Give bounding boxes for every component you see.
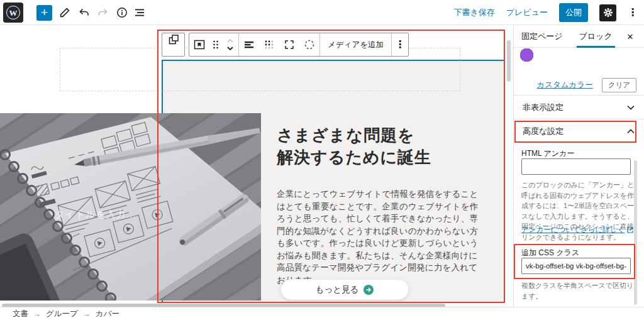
full-height-brackets-icon xyxy=(283,38,296,51)
settings-sidebar: 固定ページ ブロック ✕ .swatch{width:21px !importa… xyxy=(513,25,644,307)
full-height-button[interactable] xyxy=(279,33,299,56)
topbar-actions: 下書き保存 プレビュー 公開 ⋮ xyxy=(453,0,638,25)
chevron-down-icon xyxy=(626,104,635,111)
settings-gear-button[interactable] xyxy=(599,4,616,21)
clear-color-button[interactable]: クリア xyxy=(602,78,636,92)
more-button[interactable]: もっと見る xyxy=(280,279,409,300)
wordpress-logo[interactable]: W xyxy=(3,3,23,23)
gear-icon xyxy=(603,8,613,18)
editor-topbar: W + 下書き保存 プレビュー 公開 xyxy=(0,0,644,25)
overlapping-squares-icon xyxy=(167,33,180,46)
tab-page[interactable]: 固定ページ xyxy=(521,25,563,48)
chevron-up-icon xyxy=(626,128,635,135)
css-class-label: 追加 CSS クラス xyxy=(521,248,579,258)
cover-heading-line1: さまざまな問題を xyxy=(277,124,431,146)
anchor-learn-more-link[interactable]: アンカーについてさらに詳しく xyxy=(521,225,633,234)
html-anchor-label: HTML アンカー xyxy=(521,148,574,159)
chevron-down-icon xyxy=(226,45,235,52)
css-class-help-text: 複数クラスを半角スペースで区切ります。 xyxy=(521,280,637,301)
css-class-input[interactable] xyxy=(521,258,631,274)
drag-dots-icon xyxy=(212,40,219,50)
external-link-icon xyxy=(627,227,633,233)
save-draft-button[interactable]: 下書き保存 xyxy=(453,7,494,18)
dashed-circle-icon xyxy=(303,38,316,51)
cover-paragraph[interactable]: 企業にとってウェブサイトで情報を発信をすることはとても重要なことです。企業のウェ… xyxy=(277,188,486,286)
close-sidebar-button[interactable]: ✕ xyxy=(624,30,636,43)
cover-heading-line2: 解決するために誕生 xyxy=(277,146,431,168)
select-parent-block-button[interactable] xyxy=(162,33,185,57)
cover-image[interactable] xyxy=(0,113,261,301)
sidebar-scrollbar[interactable] xyxy=(634,160,637,305)
edit-pencil-icon[interactable] xyxy=(58,6,71,19)
panel-advanced-settings[interactable]: 高度な設定 xyxy=(514,119,644,143)
undo-icon[interactable] xyxy=(78,6,91,19)
block-toolbar: メディアを追加 ⋮ xyxy=(189,33,409,57)
panel-hidden-settings[interactable]: 非表示設定 xyxy=(514,96,644,119)
cover-title-placeholder[interactable]: タイトルを入力... xyxy=(55,209,136,221)
wireframe-notebook-photo xyxy=(0,113,261,301)
html-anchor-input[interactable] xyxy=(521,158,631,175)
breadcrumb-cover[interactable]: カバー xyxy=(96,309,119,319)
block-mover[interactable] xyxy=(222,33,238,56)
content-position-button[interactable] xyxy=(259,33,279,56)
sidebar-tabs: 固定ページ ブロック ✕ xyxy=(514,25,644,48)
cover-heading[interactable]: さまざまな問題を 解決するために誕生 xyxy=(277,124,431,168)
position-grid-icon xyxy=(263,38,275,51)
wordpress-logo-icon: W xyxy=(6,6,20,19)
color-swatch[interactable] xyxy=(520,48,533,62)
arrow-right-circle-icon xyxy=(364,285,374,295)
advanced-settings-label: 高度な設定 xyxy=(523,126,564,137)
drag-handle[interactable] xyxy=(209,33,222,56)
breadcrumb-group[interactable]: グループ xyxy=(46,309,78,319)
custom-color-link[interactable]: カスタムカラー xyxy=(536,80,592,91)
info-icon[interactable] xyxy=(116,6,128,19)
anchor-learn-more-label: アンカーについてさらに詳しく xyxy=(521,225,625,234)
content-align-button[interactable] xyxy=(239,33,259,56)
editor-canvas: タイトルを入力... さまざまな問題を 解決するために誕生 企業にとってウェブサ… xyxy=(0,25,513,307)
options-menu-button[interactable]: ⋮ xyxy=(628,8,638,18)
breadcrumb-arrow: → xyxy=(33,309,41,318)
cover-block-type-button[interactable] xyxy=(189,33,209,56)
breadcrumb: 文書 → グループ → カバー xyxy=(0,307,644,320)
wordpress-block-editor: W + 下書き保存 プレビュー 公開 xyxy=(0,0,644,320)
preview-button[interactable]: プレビュー xyxy=(506,7,548,18)
tab-block[interactable]: ブロック xyxy=(579,25,613,48)
hidden-settings-label: 非表示設定 xyxy=(523,102,564,113)
list-view-icon[interactable] xyxy=(133,6,146,19)
cover-block-icon xyxy=(193,38,206,51)
redo-icon[interactable] xyxy=(96,6,109,19)
more-button-label: もっと見る xyxy=(316,284,359,295)
color-palette xyxy=(520,48,641,74)
canvas-vertical-scrollbar[interactable] xyxy=(507,40,511,82)
breadcrumb-document[interactable]: 文書 xyxy=(13,309,28,319)
add-media-button[interactable]: メディアを追加 xyxy=(320,33,391,56)
chevron-up-icon xyxy=(226,37,235,45)
duotone-filter-button[interactable] xyxy=(299,33,319,56)
block-options-button[interactable]: ⋮ xyxy=(392,33,408,56)
publish-button[interactable]: 公開 xyxy=(559,3,588,22)
block-inserter-button[interactable]: + xyxy=(36,5,52,21)
breadcrumb-arrow: → xyxy=(83,309,91,318)
align-bars-icon xyxy=(243,38,255,51)
custom-color-row: カスタムカラー クリア xyxy=(536,78,636,92)
